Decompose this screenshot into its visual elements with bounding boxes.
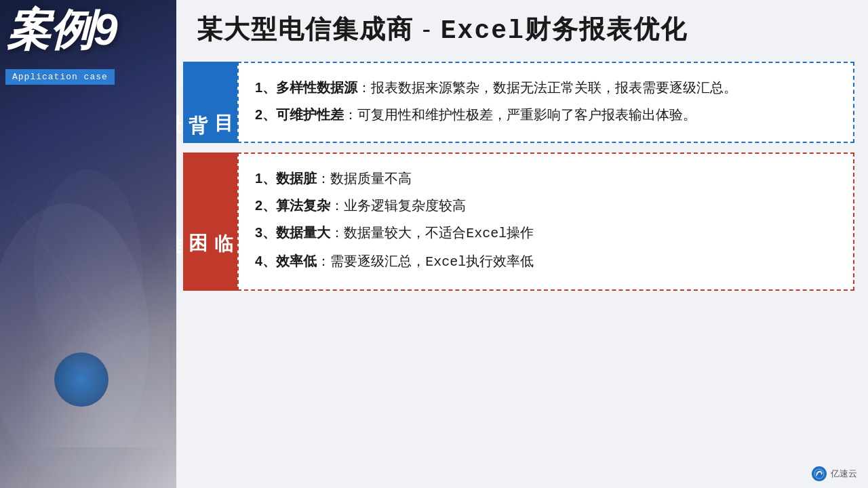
project-item-2: 2、可维护性差：可复用性和维护性极差，严重影响了客户报表输出体验。: [255, 102, 837, 127]
sections-wrapper: 项目背景 1、多样性数据源：报表数据来源繁杂，数据无法正常关联，报表需要逐级汇总…: [176, 55, 868, 307]
footer-logo: 亿速云: [812, 466, 857, 481]
left-panel: 案例9 Application case: [0, 0, 176, 488]
project-item-1: 1、多样性数据源：报表数据来源繁杂，数据无法正常关联，报表需要逐级汇总。: [255, 75, 837, 100]
challenges-label: 面临困难: [183, 152, 237, 291]
title-company: 某大型电信集成商: [197, 15, 414, 43]
challenge-item-2: 2、算法复杂：业务逻辑复杂度较高: [255, 193, 837, 218]
challenges-section: 面临困难 1、数据脏：数据质量不高 2、算法复杂：业务逻辑复杂度较高 3、数据量…: [183, 152, 854, 291]
logo-icon: [812, 466, 827, 481]
title-separator: -: [414, 15, 441, 43]
svg-point-1: [34, 169, 142, 373]
challenge-item-1: 1、数据脏：数据质量不高: [255, 166, 837, 190]
project-label: 项目背景: [183, 62, 237, 143]
case-number: 案例9: [7, 8, 118, 52]
challenges-content: 1、数据脏：数据质量不高 2、算法复杂：业务逻辑复杂度较高 3、数据量大：数据量…: [237, 152, 854, 291]
header: 某大型电信集成商 - Excel财务报表优化: [176, 0, 868, 55]
title-product: Excel财务报表优化: [441, 16, 688, 45]
project-content: 1、多样性数据源：报表数据来源繁杂，数据无法正常关联，报表需要逐级汇总。 2、可…: [237, 62, 854, 143]
project-background-section: 项目背景 1、多样性数据源：报表数据来源繁杂，数据无法正常关联，报表需要逐级汇总…: [183, 62, 854, 143]
challenge-item-4: 4、效率低：需要逐级汇总，Excel执行效率低: [255, 249, 837, 274]
page-title: 某大型电信集成商 - Excel财务报表优化: [197, 12, 848, 47]
application-case-badge: Application case: [5, 69, 115, 85]
logo-text: 亿速云: [831, 468, 857, 480]
challenge-item-3: 3、数据量大：数据量较大，不适合Excel操作: [255, 220, 837, 246]
main-content: 某大型电信集成商 - Excel财务报表优化 项目背景 1、多样性数据源：报表数…: [176, 0, 868, 488]
